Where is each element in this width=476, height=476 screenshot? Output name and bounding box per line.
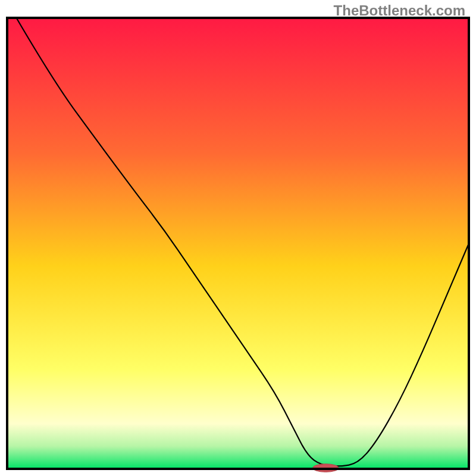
watermark-text: TheBottleneck.com [334,2,465,19]
bottleneck-chart [0,0,476,476]
chart-container: TheBottleneck.com [0,0,476,476]
